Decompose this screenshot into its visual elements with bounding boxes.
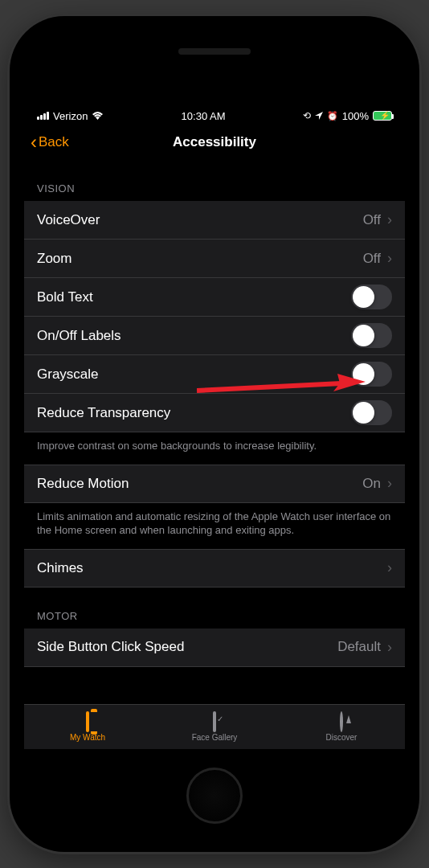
row-reduce-transparency: Reduce Transparency: [24, 394, 405, 432]
row-value: Off: [363, 212, 381, 228]
status-time: 10:30 AM: [182, 110, 226, 122]
home-button[interactable]: [186, 768, 243, 824]
tab-label: Face Gallery: [192, 733, 238, 742]
row-value: Off: [363, 251, 381, 267]
row-label: Grayscale: [37, 366, 99, 383]
toggle-onoff-labels[interactable]: [351, 323, 392, 348]
location-icon: [315, 110, 323, 122]
chevron-right-icon: ›: [387, 250, 392, 267]
row-side-button-speed[interactable]: Side Button Click Speed Default ›: [24, 628, 405, 667]
compass-icon: [340, 713, 343, 731]
orientation-lock-icon: ⟲: [303, 110, 311, 121]
tab-face-gallery[interactable]: Face Gallery: [151, 705, 278, 749]
section-header-motor: MOTOR: [24, 588, 405, 628]
back-button[interactable]: ‹ Back: [31, 133, 69, 152]
row-bold-text: Bold Text: [24, 278, 405, 317]
row-label: Zoom: [37, 251, 72, 267]
toggle-grayscale[interactable]: [351, 362, 392, 387]
chevron-right-icon: ›: [387, 559, 392, 576]
wifi-icon: [92, 110, 104, 122]
tab-label: Discover: [326, 733, 358, 742]
status-bar: Verizon 10:30 AM ⟲ ⏰ 100% ⚡: [24, 107, 405, 125]
signal-icon: [37, 112, 49, 120]
row-label: Chimes: [37, 560, 84, 576]
phone-screen: Verizon 10:30 AM ⟲ ⏰ 100% ⚡: [24, 31, 405, 837]
footer-transparency: Improve contrast on some backgrounds to …: [24, 432, 405, 465]
alarm-icon: ⏰: [327, 111, 338, 121]
toggle-bold-text[interactable]: [351, 285, 392, 309]
row-onoff-labels: On/Off Labels: [24, 317, 405, 355]
battery-icon: ⚡: [373, 111, 392, 121]
section-header-vision: VISION: [24, 160, 405, 201]
back-label: Back: [39, 134, 69, 150]
face-gallery-icon: [213, 713, 216, 731]
nav-bar: ‹ Back Accessibility: [24, 125, 405, 160]
page-title: Accessibility: [24, 134, 405, 150]
tab-discover[interactable]: Discover: [278, 705, 405, 749]
row-value: Default: [337, 639, 381, 655]
row-label: VoiceOver: [37, 212, 100, 228]
row-label: Reduce Transparency: [37, 405, 170, 421]
footer-motion: Limits animation and automatic resizing …: [24, 503, 405, 549]
chevron-left-icon: ‹: [31, 133, 37, 152]
phone-frame: Verizon 10:30 AM ⟲ ⏰ 100% ⚡: [10, 16, 419, 852]
tab-bar: My Watch Face Gallery Discover: [24, 704, 405, 749]
row-label: Reduce Motion: [37, 476, 129, 492]
chevron-right-icon: ›: [387, 639, 392, 656]
row-label: Side Button Click Speed: [37, 639, 184, 655]
chevron-right-icon: ›: [387, 211, 392, 228]
watch-icon: [86, 713, 89, 731]
tab-label: My Watch: [70, 733, 105, 742]
row-label: On/Off Labels: [37, 328, 121, 344]
carrier-label: Verizon: [53, 110, 88, 122]
chevron-right-icon: ›: [387, 475, 392, 492]
tab-my-watch[interactable]: My Watch: [24, 705, 151, 749]
row-reduce-motion[interactable]: Reduce Motion On ›: [24, 465, 405, 503]
battery-pct: 100%: [342, 110, 369, 122]
row-value: On: [362, 476, 381, 492]
row-label: Bold Text: [37, 289, 93, 305]
phone-speaker: [178, 48, 251, 55]
row-zoom[interactable]: Zoom Off ›: [24, 240, 405, 278]
settings-list: VISION VoiceOver Off › Zoom Off ›: [24, 160, 405, 704]
toggle-reduce-transparency[interactable]: [351, 400, 392, 425]
row-voiceover[interactable]: VoiceOver Off ›: [24, 201, 405, 240]
row-grayscale: Grayscale: [24, 355, 405, 394]
row-chimes[interactable]: Chimes ›: [24, 549, 405, 588]
